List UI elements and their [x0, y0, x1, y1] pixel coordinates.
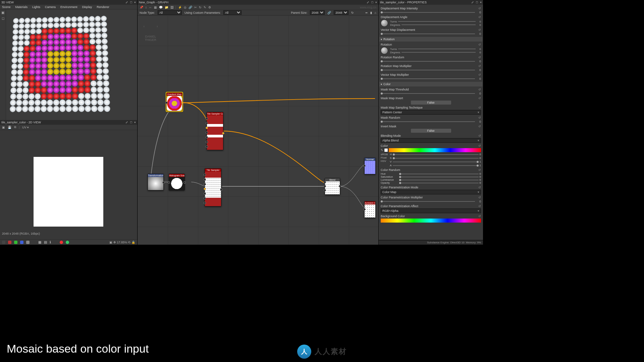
output-port[interactable] [181, 102, 183, 104]
hue-strip[interactable] [389, 148, 481, 152]
wand-icon[interactable]: ✎ [204, 6, 206, 9]
slider-v[interactable]: V1 [390, 160, 481, 163]
section-rotation[interactable]: Rotation [379, 37, 482, 42]
input-port[interactable] [324, 185, 326, 187]
pin-icon[interactable]: 📌 [140, 6, 143, 9]
color-mode-srgb[interactable]: sRGB [381, 153, 388, 156]
folder-icon[interactable]: 📁 [165, 6, 168, 9]
slider-displacement-intensity[interactable]: 0 [381, 11, 481, 14]
fit-icon[interactable]: ▣ [109, 241, 112, 244]
input-port[interactable] [363, 165, 366, 167]
slider-vector-map-disp[interactable]: 0 [381, 32, 481, 36]
input-port[interactable] [204, 197, 206, 199]
input-port[interactable] [204, 192, 206, 195]
node-tile-sampler[interactable]: Tile Sampler [205, 168, 221, 206]
output-port[interactable] [162, 181, 165, 184]
grid-icon[interactable]: ▦ [154, 6, 157, 9]
menu-display[interactable]: Display [82, 5, 92, 9]
pin-icon[interactable]: ⤢ [125, 1, 128, 4]
gear-icon[interactable]: ↺ [478, 204, 481, 208]
gear-icon[interactable]: ↺ [478, 215, 481, 218]
maximize-icon[interactable]: □ [130, 121, 132, 124]
channel-a-icon[interactable] [26, 241, 30, 244]
node-normal[interactable]: Normal [364, 158, 376, 174]
output-port[interactable] [222, 132, 224, 134]
gear-icon[interactable]: ↺ [478, 168, 481, 172]
input-port[interactable] [324, 181, 326, 183]
light-icon[interactable]: ◻ [2, 16, 4, 20]
tile-icon[interactable]: ▤ [44, 240, 47, 244]
input-port[interactable] [363, 208, 366, 210]
slider-mask-threshold[interactable]: 0 [381, 92, 481, 95]
save-icon[interactable]: 💾 [8, 126, 11, 129]
close-icon[interactable]: × [375, 1, 377, 4]
slider-opa[interactable]: Opacity0 [381, 181, 481, 184]
view3d-viewport[interactable] [6, 9, 137, 120]
frame-icon[interactable]: 🖼 [170, 6, 173, 9]
info-icon[interactable]: ℹ [50, 240, 51, 244]
align-h-icon[interactable]: ↔ [149, 6, 152, 9]
gear-icon[interactable]: ↺ [478, 56, 481, 59]
input-port[interactable] [206, 117, 208, 120]
node-histogram-scan[interactable]: Histogram Scan [169, 174, 185, 190]
menu-scene[interactable]: Scene [2, 5, 11, 9]
menu-camera[interactable]: Camera [45, 5, 56, 9]
align-v-icon[interactable]: ↕ [145, 6, 147, 9]
color-swatch[interactable] [384, 148, 388, 152]
gear-icon[interactable]: ↺ [478, 125, 481, 128]
dial-displacement-angle[interactable]: Turns0 Degrees0 [381, 19, 481, 27]
layout-b-icon[interactable]: ▮ [370, 11, 372, 14]
home-icon[interactable]: ⌂ [375, 11, 376, 14]
center-icon[interactable]: ✥ [113, 241, 116, 244]
slider-s[interactable]: S0 [390, 157, 481, 160]
node-tile-sampler-color[interactable]: Tile Sampler Color [207, 112, 223, 150]
node-blend[interactable]: Blend [325, 178, 340, 195]
gear-icon[interactable]: ↺ [478, 196, 481, 199]
channel-g-icon[interactable] [14, 241, 17, 244]
properties-panel[interactable]: Displacement Map Intensity↺ 0 Displaceme… [379, 5, 483, 240]
layout-a-icon[interactable]: ▪▪ [365, 11, 367, 14]
parent-w-select[interactable]: 2048 [310, 10, 325, 15]
input-port[interactable] [324, 189, 326, 191]
target-icon[interactable]: ◎ [184, 6, 186, 9]
flash-icon[interactable]: ⚡ [178, 6, 182, 9]
slider-lum[interactable]: Luminance0 [381, 178, 481, 181]
slider-h[interactable]: H0 [390, 153, 481, 156]
input-port[interactable] [206, 145, 208, 148]
pin-icon[interactable]: ⤢ [471, 1, 474, 4]
slider-vector-map-mult[interactable]: 0 [381, 77, 481, 80]
grid-icon[interactable]: ▦ [38, 240, 41, 244]
link-icon[interactable]: 🔗 [189, 6, 192, 9]
dropdown-color-param-mode[interactable]: Color Map [381, 190, 481, 194]
parent-h-select[interactable]: 2048 [334, 10, 348, 15]
link-icon[interactable]: 🔗 [327, 11, 331, 14]
comment-icon[interactable]: 💬 [159, 6, 163, 9]
maximize-icon[interactable]: □ [476, 1, 478, 4]
eyedropper-icon[interactable]: ✎ [381, 148, 383, 152]
using-select[interactable]: All [223, 10, 241, 15]
gear-icon[interactable]: ↺ [478, 116, 481, 119]
node-type-select[interactable]: All [158, 10, 182, 15]
slider-rotation-map-mult[interactable]: 0 [381, 68, 481, 72]
close-icon[interactable]: × [134, 121, 136, 124]
maximize-icon[interactable]: □ [371, 1, 373, 4]
record-icon[interactable] [60, 241, 63, 244]
node-ambient-occlusion[interactable]: Ambient O… [364, 201, 376, 218]
slider-color-param-mult[interactable]: 0 [381, 200, 481, 203]
camera-icon[interactable]: ▣ [1, 11, 4, 14]
toggle-mask-map-invert[interactable]: False [411, 101, 451, 105]
close-icon[interactable]: × [480, 1, 482, 4]
output-port[interactable] [339, 185, 341, 187]
new-icon[interactable]: ▣ [2, 126, 5, 129]
menu-lights[interactable]: Lights [32, 5, 40, 9]
gear-icon[interactable]: ↺ [478, 73, 481, 76]
pin-icon[interactable]: ⤢ [125, 121, 128, 124]
input-port[interactable] [165, 102, 168, 104]
output-port[interactable] [183, 181, 186, 184]
channel-all-icon[interactable] [2, 241, 5, 244]
lock-icon[interactable]: 🔒 [131, 241, 135, 244]
node-gradient-map[interactable]: Gradient Map [166, 93, 182, 111]
gear-icon[interactable]: ↺ [478, 64, 481, 68]
input-port[interactable] [204, 183, 206, 185]
dial-icon[interactable] [381, 47, 388, 54]
